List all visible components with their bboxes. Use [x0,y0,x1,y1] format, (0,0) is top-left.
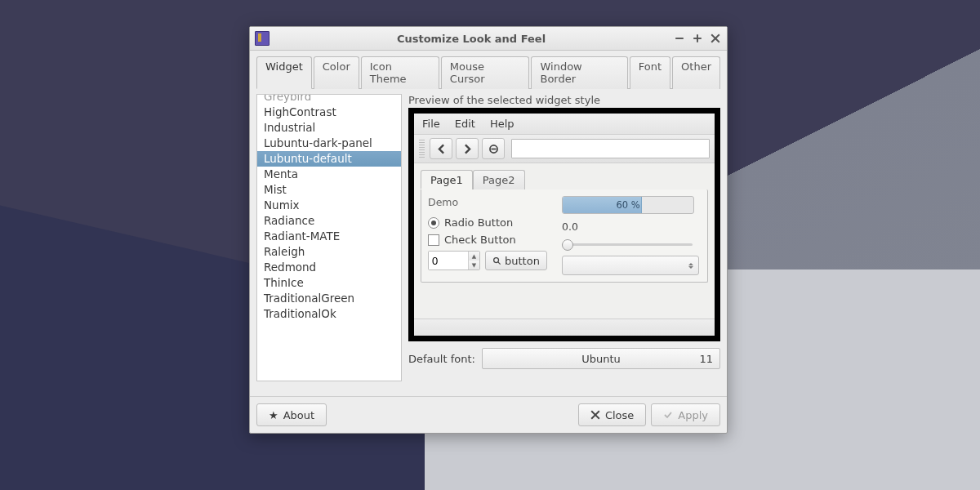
spin-arrows[interactable]: ▲▼ [468,252,479,270]
search-icon [492,256,501,265]
preview-statusbar [414,318,715,336]
theme-item[interactable]: Numix [257,198,401,213]
radio-checked-icon [428,217,439,229]
theme-item[interactable]: TraditionalOk [257,306,401,322]
theme-item[interactable]: Radiant-MATE [257,229,401,244]
maximize-button[interactable] [691,32,704,45]
star-icon: ★ [269,409,278,421]
window-title: Customize Look and Feel [274,33,668,45]
tab-color[interactable]: Color [314,56,359,89]
preview-tab-page1[interactable]: Page1 [421,170,473,189]
svg-point-7 [494,257,499,262]
preview-url-entry[interactable] [511,139,710,158]
default-font-button[interactable]: Ubuntu 11 [482,348,720,369]
preview-label: Preview of the selected widget style [408,94,720,106]
demo-scale-slider[interactable] [562,238,693,251]
theme-item[interactable]: Menta [257,167,401,182]
main-tab-bar: WidgetColorIcon ThemeMouse CursorWindow … [256,56,720,89]
default-font-label: Default font: [408,353,475,365]
preview-box: FileEditHelp [408,108,720,341]
demo-check-button[interactable]: Check Button [428,234,550,246]
close-dialog-button[interactable]: Close [578,403,646,426]
stop-button[interactable] [482,138,505,159]
forward-button[interactable] [456,138,479,159]
theme-item[interactable]: Lubuntu-default [257,151,401,167]
preview-toolbar [414,135,715,163]
theme-item[interactable]: HighContrast [257,105,401,120]
titlebar[interactable]: Customize Look and Feel [250,27,727,51]
menu-help[interactable]: Help [490,118,514,130]
checkbox-unchecked-icon [428,234,439,246]
tab-icon-theme[interactable]: Icon Theme [361,56,439,89]
scale-value-label: 0.0 [562,220,699,233]
demo-progress-bar: 60 % [562,196,694,214]
demo-combo-box[interactable] [562,256,699,275]
tab-mouse-cursor[interactable]: Mouse Cursor [441,56,530,89]
theme-item[interactable]: Industrial [257,120,401,136]
toolbar-grip-icon[interactable] [419,140,425,158]
theme-item[interactable]: Greybird [257,94,401,105]
spin-input[interactable] [429,252,468,270]
preview-tab-page: Demo Radio Button Check Button [421,189,708,283]
tab-window-border[interactable]: Window Border [531,56,627,89]
preview-tab-page2[interactable]: Page2 [473,170,525,189]
demo-frame-title: Demo [428,196,550,208]
theme-item[interactable]: Radiance [257,213,401,229]
tab-widget[interactable]: Widget [256,56,312,89]
tab-font[interactable]: Font [630,56,670,89]
theme-list[interactable]: GreybirdHighContrastIndustrialLubuntu-da… [256,94,402,381]
theme-item[interactable]: Raleigh [257,244,401,260]
chevron-right-icon [462,144,473,154]
close-button[interactable] [709,32,722,45]
menu-file[interactable]: File [422,118,440,130]
chevron-left-icon [436,144,447,154]
theme-item[interactable]: TraditionalGreen [257,291,401,306]
svg-line-8 [498,261,501,264]
demo-spin-button[interactable]: ▲▼ [428,251,480,270]
apply-button[interactable]: Apply [651,403,720,426]
preview-subtab-bar: Page1Page2 [421,170,715,189]
demo-radio-button[interactable]: Radio Button [428,216,550,229]
app-icon [255,31,270,46]
menu-edit[interactable]: Edit [455,118,475,130]
back-button[interactable] [430,138,452,159]
tab-other[interactable]: Other [672,56,720,89]
check-icon [663,410,673,420]
minimize-button[interactable] [673,32,686,45]
theme-item[interactable]: Lubuntu-dark-panel [257,136,401,151]
lxappearance-window: Customize Look and Feel WidgetColorIcon … [249,26,728,434]
spinner-arrows-icon [688,263,693,269]
theme-item[interactable]: ThinIce [257,275,401,291]
demo-button[interactable]: button [485,251,547,270]
bottom-button-bar: ★ About Close Apply [250,396,727,433]
close-icon [590,410,600,420]
desktop-background: Customize Look and Feel WidgetColorIcon … [0,0,980,490]
preview-menubar: FileEditHelp [414,114,715,135]
stop-icon [488,144,499,154]
theme-item[interactable]: Redmond [257,260,401,275]
about-button[interactable]: ★ About [256,403,327,426]
theme-item[interactable]: Mist [257,182,401,198]
